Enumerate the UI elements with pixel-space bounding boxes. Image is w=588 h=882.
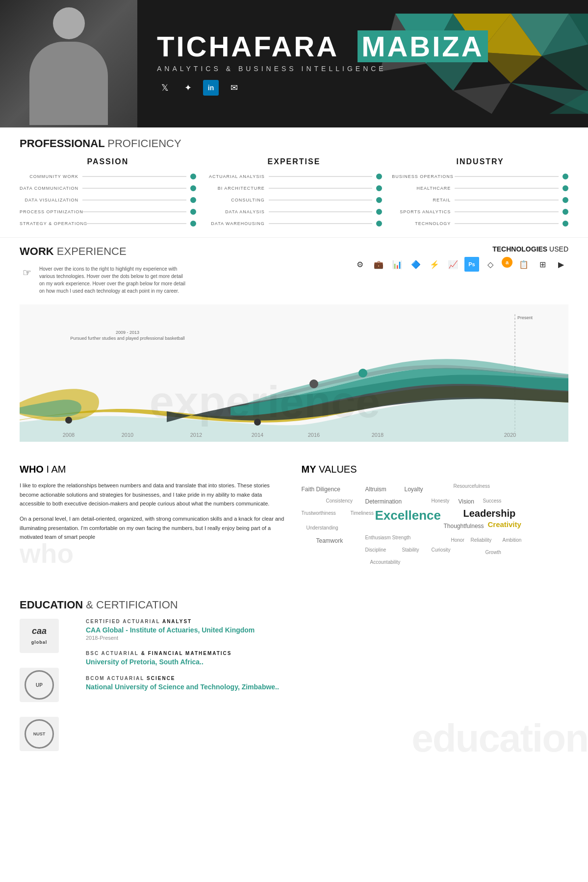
tech-icon-8[interactable]: 📋 [516, 257, 531, 272]
skill-row: RETAIL [392, 197, 568, 203]
value-word: Honor [451, 537, 464, 543]
proficiency-title: PROFESSIONAL Proficiency [20, 137, 568, 150]
edu-logos-col: caaglobalUPNUST [20, 619, 74, 751]
who-title-light: I AM [46, 464, 66, 475]
twitter-icon[interactable]: 𝕏 [157, 80, 173, 96]
svg-text:2009 - 2013: 2009 - 2013 [116, 330, 139, 335]
skill-row: TECHNOLOGY [392, 221, 568, 227]
edu-degree-label: CERTIFIED ACTUARIAL ANALYST [86, 619, 568, 624]
stream-chart: 2009 - 2013 Pursued further studies and … [20, 304, 568, 442]
value-word: Vision [459, 498, 474, 505]
edu-title-bold: EDUCATION [20, 599, 83, 611]
tech-icon-6[interactable]: 📈 [446, 257, 460, 272]
tech-icon-2[interactable]: 💼 [371, 257, 386, 272]
skill-label: RETAIL [392, 198, 451, 202]
tech-icon-1[interactable]: ⚙ [353, 257, 367, 272]
skill-label: HEALTHCARE [392, 186, 451, 191]
tech-icon-5[interactable]: ⚡ [427, 257, 442, 272]
tech-icon-10[interactable]: ▶ [554, 257, 568, 272]
skill-bar [269, 200, 373, 201]
tech-icon-3[interactable]: 📊 [390, 257, 405, 272]
email-icon[interactable]: ✉ [226, 80, 242, 96]
value-word: Consistency [326, 498, 353, 504]
value-word: Trustworthiness [302, 510, 336, 516]
skill-bar [269, 211, 373, 212]
value-word: Understanding [307, 525, 338, 530]
skill-dot [376, 185, 382, 191]
edu-logo: caaglobal [20, 619, 59, 653]
value-word: Curiosity [432, 547, 451, 553]
values-title: MY VALUES [302, 464, 569, 475]
value-word: Leadership [463, 508, 516, 519]
proficiency-col-heading: INDUSTRY [392, 157, 568, 166]
linkedin-icon[interactable]: in [203, 80, 219, 96]
value-word: Resourcefulness [454, 483, 490, 489]
proficiency-title-bold: PROFESSIONAL [20, 137, 104, 150]
values-title-bold: MY [302, 464, 316, 475]
value-word: Faith Diligence [302, 486, 340, 493]
tech-icon-4[interactable]: 🔷 [409, 257, 423, 272]
skill-row: HEALTHCARE [392, 185, 568, 191]
skill-bar [455, 176, 559, 177]
header: TICHAFARA MABIZA ANALYTICS & BUSINESS IN… [0, 0, 588, 127]
value-word: Stability [402, 547, 419, 553]
skill-dot [190, 209, 196, 215]
skill-label: DATA WAREHOUSING [206, 221, 265, 226]
svg-text:2008: 2008 [63, 432, 75, 438]
social-icons: 𝕏 ✦ in ✉ [157, 80, 568, 96]
skill-bar [455, 223, 559, 224]
skill-label: TECHNOLOGY [392, 221, 451, 226]
skill-dot [562, 209, 568, 215]
value-word: Discipline [365, 547, 386, 553]
skill-bar [455, 211, 559, 212]
tech-icon-7[interactable]: ◇ [483, 257, 498, 272]
skill-dot [562, 185, 568, 191]
values-col: MY VALUES Faith DiligenceAltruismLoyalty… [302, 464, 569, 579]
skill-row: BI ARCHITECTURE [206, 185, 383, 191]
skill-label: STRATEGY & OPERATIONS [20, 221, 78, 226]
skill-row: PROCESS OPTIMIZATION [20, 209, 196, 215]
skill-label: SPORTS ANALYTICS [392, 209, 451, 214]
skill-dot [376, 209, 382, 215]
skill-dot [190, 185, 196, 191]
hand-pointer-icon: ☞ [20, 265, 34, 280]
skill-label: PROCESS OPTIMIZATION [20, 209, 78, 214]
value-word: Success [483, 498, 502, 504]
tech-used-block: TECHNOLOGIES USED ⚙ 💼 📊 🔷 ⚡ 📈 Ps ◇ a 📋 ⊞… [353, 245, 568, 272]
skill-label: CONSULTING [206, 198, 265, 202]
tech-icon-9[interactable]: ⊞ [535, 257, 550, 272]
edu-institution: National University of Science and Techn… [86, 683, 568, 691]
proficiency-col-heading: PASSION [20, 157, 196, 166]
skill-bar [455, 188, 559, 189]
proficiency-col-heading: EXPERTISE [206, 157, 383, 166]
education-title: EDUCATION & CERTIFICATION [20, 599, 568, 611]
edu-logo: NUST [20, 717, 59, 751]
skill-label: BUSINESS OPERATIONS [392, 174, 451, 179]
globe-icon[interactable]: ✦ [180, 80, 196, 96]
skill-bar [82, 176, 186, 177]
value-word: Growth [486, 550, 501, 555]
who-values-section: WHO I AM I like to explore the relations… [0, 454, 588, 589]
last-name: MABIZA [358, 30, 488, 62]
svg-text:2012: 2012 [190, 432, 202, 438]
skill-label: BI ARCHITECTURE [206, 186, 265, 191]
skill-dot [562, 197, 568, 203]
tech-title-light: USED [549, 245, 568, 253]
stream-chart-svg: 2009 - 2013 Pursued further studies and … [20, 304, 568, 442]
tech-icon-ps[interactable]: Ps [464, 257, 479, 272]
skill-row: COMMUNITY WORK [20, 174, 196, 179]
values-title-light: VALUES [319, 464, 357, 475]
skill-label: DATA COMMUNICATION [20, 186, 78, 191]
svg-text:2014: 2014 [252, 432, 263, 438]
skill-bar [269, 188, 373, 189]
who-watermark: who [20, 540, 287, 567]
tech-icon-amazon[interactable]: a [502, 257, 512, 268]
skill-row: DATA COMMUNICATION [20, 185, 196, 191]
skill-dot [562, 174, 568, 179]
subtitle: ANALYTICS & BUSINESS INTELLIGENCE [157, 65, 568, 73]
svg-point-19 [66, 417, 72, 423]
svg-point-22 [359, 369, 367, 377]
proficiency-col: INDUSTRYBUSINESS OPERATIONSHEALTHCARERET… [392, 157, 568, 232]
education-section: EDUCATION & CERTIFICATION caaglobalUPNUS… [0, 589, 588, 761]
skill-dot [376, 221, 382, 227]
